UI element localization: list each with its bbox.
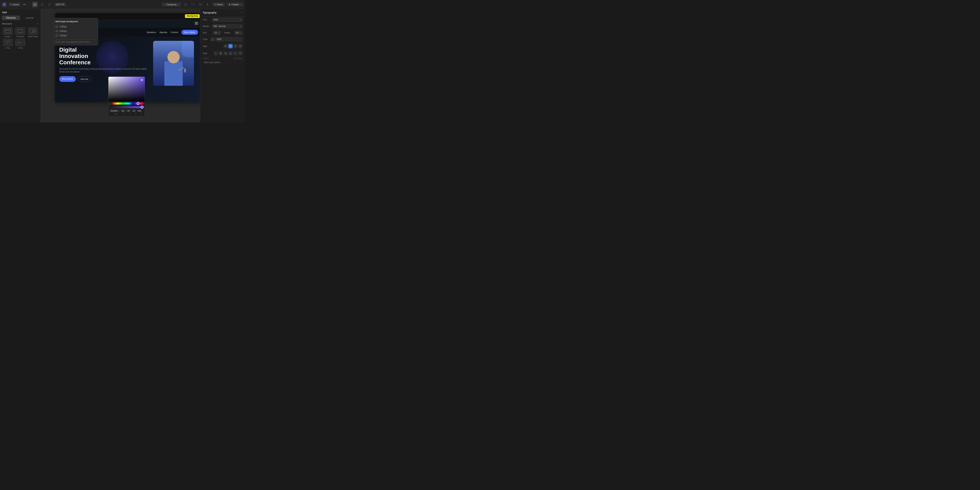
h-flex-label: H Flex [18,47,23,49]
color-label: Color [203,38,211,40]
color-hex-input[interactable]: #333 [215,37,243,41]
hero-buy-button[interactable]: Buy tickets [59,76,76,82]
svg-rect-1 [34,4,36,5]
eyedropper-icon[interactable] [110,103,111,105]
weight-label: Weight [203,25,211,27]
mobile-view-btn[interactable] [47,2,52,7]
share-button[interactable]: Share [212,2,225,6]
more-type-options[interactable]: › More type options [200,60,245,65]
canvas-area: Add large breakpoint 1280px 144 [41,9,200,123]
weight-select-arrow: ▾ [240,25,241,27]
font-row: Font Arial ▾ [200,16,245,23]
picker-b-value[interactable]: 93 [132,110,136,112]
publish-label: Publish [232,3,239,6]
nav-buy-btn[interactable]: Buy tickets [181,30,198,35]
typography-title: Typography [203,11,216,14]
svg-rect-14 [5,29,10,33]
underline-btn[interactable]: U [228,51,233,56]
nav-speakers[interactable]: Speakers [146,31,156,33]
svg-rect-3 [41,3,43,5]
desktop-view-btn[interactable] [32,2,38,7]
play-icon[interactable] [205,2,210,7]
b-label: B [133,113,138,115]
svg-rect-0 [10,4,12,5]
comment-icon[interactable] [197,2,203,7]
code-icon[interactable] [190,2,196,7]
more-options-arrow: › [203,61,204,64]
italic-btn[interactable]: I [213,51,218,56]
hero-image-area [153,41,198,98]
picker-a-value[interactable]: 100 [137,110,142,112]
nav-contact[interactable]: Contact [170,31,178,33]
size-input[interactable]: 14 PX [213,31,221,35]
picker-r-value[interactable]: 252 [121,110,126,112]
italicize-label: Italicize [203,57,223,59]
section-element[interactable]: Section [2,27,13,38]
container-element[interactable]: Container [15,27,26,38]
weight-select[interactable]: 400 - Normal ▾ [212,24,243,28]
picker-channel-labels: HEX H S B A [110,113,143,115]
picker-hue-slider[interactable] [112,102,143,105]
align-right-btn[interactable] [233,44,238,48]
svg-rect-22 [56,26,58,27]
v-flex-element[interactable]: V Flex [2,39,13,49]
check-icon[interactable] [183,2,188,7]
home-tab[interactable]: Home [9,2,21,6]
breakpoint-popup: Add large breakpoint 1280px 144 [53,18,98,45]
svg-rect-19 [33,31,35,33]
picker-alpha-thumb[interactable] [141,106,143,109]
section-icon [3,27,13,35]
uppercase-btn[interactable]: TT [238,51,243,56]
structure-section-header: Structure [2,22,38,26]
designing-mode[interactable]: Designing [162,2,181,6]
close-panel-icon[interactable] [240,11,243,14]
svg-point-10 [215,3,216,4]
decoration-label: Decoration [223,57,243,59]
picker-values: #6c4bed 252 68 93 100 [110,110,143,112]
v-flex-icon [3,39,13,46]
size-row: Size 14 PX Height 20 PX [200,30,245,36]
style-buttons: I B S U TT [213,51,243,56]
more-options-label: More type options [204,61,221,64]
font-select[interactable]: Arial ▾ [212,18,243,22]
align-left-btn[interactable] [223,44,228,48]
hamburger-icon[interactable] [195,22,198,25]
svg-marker-8 [207,4,208,5]
bp-1920[interactable]: 1920px [55,33,96,38]
add-tabs: Elements Layouts [2,16,38,20]
quick-stack-element[interactable]: Quick Stack [27,27,38,38]
bold-btn[interactable]: B [218,51,223,56]
svg-rect-17 [30,29,33,33]
layouts-tab[interactable]: Layouts [21,16,39,20]
picker-g-value[interactable]: 68 [126,110,131,112]
add-title: Add [2,11,38,14]
home-label: Home [13,3,19,6]
nav-agenda[interactable]: Agenda [159,31,167,33]
designing-label: Designing [167,3,177,6]
more-dots[interactable]: ••• [22,3,27,6]
bp-1440[interactable]: 1440px [55,29,96,33]
container-icon [15,27,25,35]
elements-tab[interactable]: Elements [2,16,20,20]
publish-button[interactable]: Publish [227,2,243,6]
align-justify-btn[interactable] [238,44,243,48]
svg-rect-7 [199,3,202,5]
hex-channel-label: HEX [111,113,121,115]
picker-gradient[interactable] [108,77,145,101]
tablet-view-btn[interactable] [40,2,45,7]
link-btn[interactable] [233,51,238,56]
picker-hue-thumb[interactable] [137,102,140,105]
strikethrough-btn[interactable]: S [223,51,228,56]
picker-alpha-slider[interactable] [110,106,143,108]
align-label: Align [203,45,211,48]
picker-dot[interactable] [141,79,143,81]
align-center-btn[interactable] [228,44,233,48]
height-input[interactable]: 20 PX [234,31,243,35]
align-row: Align [200,43,245,50]
h-flex-element[interactable]: H Flex [15,39,26,49]
bp-1280[interactable]: 1280px [55,24,96,29]
v-flex-label: V Flex [5,47,10,49]
monitor-icon-2 [55,30,58,32]
hero-agenda-button[interactable]: Agenda [77,76,91,82]
color-swatch[interactable] [211,38,214,41]
